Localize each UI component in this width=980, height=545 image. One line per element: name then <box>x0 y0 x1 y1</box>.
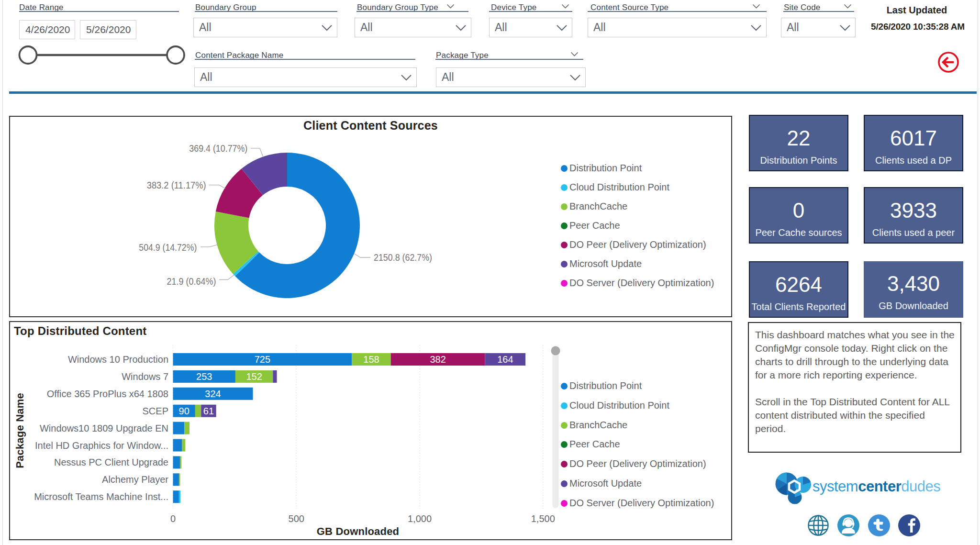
package-type-dropdown[interactable]: All <box>436 67 586 87</box>
bar-segment[interactable] <box>173 490 179 503</box>
bar-segment[interactable] <box>173 439 182 452</box>
x-axis-tick-label: 500 <box>289 513 304 524</box>
donut-callout-label: 504.9 (14.72%) <box>139 242 197 253</box>
y-axis-category-label[interactable]: Alchemy Player <box>102 474 168 485</box>
y-axis-category-label[interactable]: Windows 10 Production <box>68 354 168 365</box>
date-range-end-input[interactable]: 5/26/2020 <box>80 20 136 39</box>
content-source-type-underline <box>588 11 767 12</box>
kpi-card[interactable]: 0Peer Cache sources <box>749 187 848 244</box>
bar-value-label: 61 <box>203 406 214 416</box>
bar-value-label: 164 <box>497 354 513 365</box>
y-axis-category-label[interactable]: SCEP <box>143 406 168 416</box>
donut-callout-label: 2150.8 (62.7%) <box>374 252 432 263</box>
bar-segment[interactable] <box>179 490 180 503</box>
callout-line <box>251 148 263 157</box>
bar-segment[interactable] <box>179 473 180 486</box>
bar-value-label: 382 <box>430 354 445 365</box>
device-type-underline <box>489 11 572 12</box>
kpi-value: 6264 <box>750 273 847 297</box>
bar-panel: Top Distributed Content 05001,0001,500Wi… <box>9 321 732 540</box>
kpi-card[interactable]: 3933Clients used a peer <box>864 187 963 244</box>
bar-segment[interactable] <box>173 422 185 434</box>
dashboard-page: Date Range 4/26/2020 5/26/2020 Boundary … <box>0 0 980 545</box>
bar-value-label: 253 <box>196 371 212 382</box>
kpi-card[interactable]: 6264Total Clients Reported <box>749 261 848 318</box>
boundary-group-dropdown[interactable]: All <box>193 18 337 37</box>
callout-line <box>219 275 234 279</box>
device-type-dropdown[interactable]: All <box>489 18 572 37</box>
y-axis-title: Package Name <box>14 393 26 468</box>
chevron-down-icon <box>750 24 762 31</box>
bar-segment[interactable] <box>182 439 186 452</box>
chevron-down-icon <box>455 24 467 31</box>
twitter-icon[interactable] <box>868 514 891 537</box>
site-code-dropdown[interactable]: All <box>781 18 856 37</box>
donut-callout-label: 369.4 (10.77%) <box>189 143 247 154</box>
website-globe-icon[interactable] <box>807 514 830 537</box>
slider-handle-right[interactable] <box>167 46 184 64</box>
bar-segment[interactable] <box>180 456 181 468</box>
kpi-value: 22 <box>750 126 847 150</box>
scrollbar-track[interactable] <box>553 346 559 508</box>
chevron-down-icon <box>839 24 851 31</box>
chevron-down-icon[interactable] <box>561 4 569 9</box>
systemcenterdudes-logo-icon <box>772 467 813 505</box>
logo-text-dudes: dudes <box>901 478 940 495</box>
y-axis-category-label[interactable]: Microsoft Teams Machine Inst... <box>34 491 168 502</box>
bar-segment[interactable] <box>173 456 180 468</box>
logo-text: systemcenterdudes <box>813 478 940 495</box>
y-axis-category-label[interactable]: Windows10 1809 Upgrade EN <box>40 423 168 434</box>
bar-value-label: 90 <box>179 406 189 416</box>
kpi-value: 3,430 <box>864 272 963 296</box>
package-type-value: All <box>442 68 454 87</box>
bar-value-label: 152 <box>246 371 262 382</box>
facebook-icon[interactable] <box>898 514 921 537</box>
donut-chart[interactable]: 2150.8 (62.7%)21.9 (0.64%)504.9 (14.72%)… <box>10 117 731 316</box>
chevron-down-icon[interactable] <box>570 52 579 56</box>
donut-callout-label: 383.2 (11.17%) <box>147 180 206 190</box>
back-button[interactable] <box>937 51 960 74</box>
y-axis-category-label[interactable]: Office 365 ProPlus x64 1808 <box>47 389 168 399</box>
date-range-slider[interactable] <box>18 45 187 65</box>
page-left-edge <box>2 0 3 545</box>
logo: systemcenterdudes <box>772 467 973 505</box>
kpi-label: Clients used a DP <box>865 155 962 166</box>
x-axis-tick-label: 0 <box>170 513 176 524</box>
kpi-label: Total Clients Reported <box>750 301 847 312</box>
content-package-name-dropdown[interactable]: All <box>194 67 417 87</box>
slider-handle-left[interactable] <box>20 46 37 64</box>
chevron-down-icon[interactable] <box>844 4 852 9</box>
kpi-card[interactable]: 22Distribution Points <box>749 115 848 171</box>
bar-value-label: 158 <box>363 354 379 365</box>
x-axis-title: GB Downloaded <box>317 525 400 537</box>
kpi-label: Clients used a peer <box>865 227 962 238</box>
y-axis-category-label[interactable]: Windows 7 <box>122 371 168 382</box>
chevron-down-icon[interactable] <box>752 4 760 9</box>
kpi-label: Distribution Points <box>750 155 847 166</box>
kpi-card[interactable]: 3,430GB Downloaded <box>864 261 963 318</box>
bar-chart[interactable]: 05001,0001,500Windows 10 Production72515… <box>10 322 731 539</box>
boundary-group-underline <box>195 11 337 12</box>
content-source-type-dropdown[interactable]: All <box>588 18 767 37</box>
chevron-down-icon[interactable] <box>446 4 455 9</box>
y-axis-category-label[interactable]: Nessus PC Client Upgrade <box>54 457 168 467</box>
bar-value-label: 725 <box>255 354 270 365</box>
kpi-value: 6017 <box>865 126 962 150</box>
last-updated-value: 5/26/2020 10:35:28 AM <box>858 22 978 32</box>
bar-segment[interactable] <box>184 422 189 434</box>
note-box: This dashboard matches what you see in t… <box>748 322 961 453</box>
kpi-card[interactable]: 6017Clients used a DP <box>864 115 963 171</box>
bar-value-label: 324 <box>205 389 221 399</box>
support-contact-icon[interactable] <box>837 514 860 537</box>
site-code-underline <box>783 11 854 12</box>
y-axis-category-label[interactable]: Intel HD Graphics for Window... <box>35 440 168 451</box>
chevron-down-icon <box>321 24 333 31</box>
scrollbar-thumb[interactable] <box>551 346 560 356</box>
bar-segment[interactable] <box>195 405 201 417</box>
date-range-start-input[interactable]: 4/26/2020 <box>19 20 75 39</box>
package-type-underline <box>435 59 583 60</box>
bar-segment[interactable] <box>173 473 179 486</box>
bar-segment[interactable] <box>273 370 277 383</box>
boundary-group-type-dropdown[interactable]: All <box>355 18 471 37</box>
back-arrow-icon <box>943 57 954 67</box>
